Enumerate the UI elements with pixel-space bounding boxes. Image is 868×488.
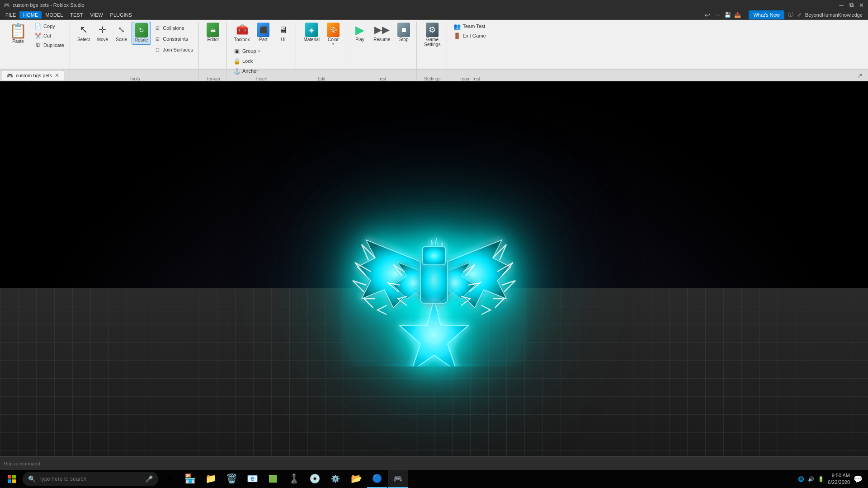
taskbar-roblox-app[interactable]: 🎮 [388,470,408,488]
rotate-icon: ↻ [135,23,148,38]
clock-date: 6/22/2020 [828,479,850,486]
battery-icon[interactable]: 🔋 [818,476,824,482]
ui-button[interactable]: 🖥 UI [274,22,292,44]
clipboard-small-btns: 📄 Copy ✂️ Cut ⧉ Duplicate [33,22,66,50]
copy-button[interactable]: 📄 Copy [33,22,66,31]
join-surfaces-button[interactable]: ☐ Join Surfaces [152,45,195,54]
menu-view[interactable]: VIEW [86,11,106,19]
menu-bar: FILE HOME MODEL TEST VIEW PLUGINS ↩ ↪ 💾 … [0,10,868,20]
svg-rect-6 [423,247,445,265]
toolbox-button[interactable]: 🧰 Toolbox [231,22,252,44]
undo-button[interactable]: ↩ [703,11,712,19]
lock-button[interactable]: 🔒 Lock [231,56,262,66]
select-button[interactable]: ↖ Select [75,22,93,44]
ribbon-content: 📋 Paste 📄 Copy ✂️ Cut ⧉ Duplicate [0,20,868,82]
cut-button[interactable]: ✂️ Cut [33,31,66,40]
insert-group: 🧰 Toolbox ⬛ Part 🖥 UI [228,22,296,82]
game-settings-icon: ⚙ [426,23,439,37]
scale-button[interactable]: ⤡ Scale [113,22,131,44]
network-icon[interactable]: 🌐 [798,476,804,482]
taskbar-files-app[interactable]: 📂 [346,470,366,488]
whats-new-button[interactable]: What's New [749,10,784,19]
menu-home[interactable]: HOME [19,11,42,19]
title-bar-controls: ─ ⧉ ✕ [838,2,864,8]
clipboard-group-content: 📋 Paste 📄 Copy ✂️ Cut ⧉ Duplicate [5,22,66,75]
color-icon: 🎨 [327,23,340,37]
stop-icon: ⏹ [397,23,410,37]
part-button[interactable]: ⬛ Part [254,22,272,44]
info-icon: ⓘ [788,11,793,19]
start-button[interactable] [2,470,22,488]
window-title: custom bgs pets - Roblox Studio [13,2,84,8]
play-button[interactable]: ▶ Play [351,22,369,44]
team-test-button[interactable]: 👥 Team Test [452,22,487,31]
bottom-bar [0,456,868,470]
publish-button[interactable]: 📤 [733,11,741,19]
voice-search-icon: 🎤 [145,475,153,483]
color-button[interactable]: 🎨 Color ▾ [324,22,342,48]
taskbar-mail-app[interactable]: 📧 [242,470,262,488]
taskbar-chrome-app[interactable]: 🔵 [367,470,387,488]
team-test-btns: 👥 Team Test 🚪 Exit Game [452,22,487,40]
taskbar-chess-app[interactable]: ♟️ [284,470,304,488]
task-view-button[interactable]: ⧉ [159,470,179,488]
menu-plugins[interactable]: PLUGINS [107,11,136,19]
close-button[interactable]: ✕ [858,2,864,8]
part-icon: ⬛ [257,23,269,37]
viewport[interactable] [0,81,868,456]
redo-button[interactable]: ↪ [713,11,722,19]
taskbar-minecraft-app[interactable]: 🟩 [263,470,283,488]
menu-file[interactable]: FILE [2,11,19,19]
account-name[interactable]: BeyondHumanKnowledge [805,12,863,18]
anchor-button[interactable]: ⚓ Anchor [231,66,262,75]
title-bar: 🎮 custom bgs pets - Roblox Studio ─ ⧉ ✕ [0,0,868,10]
game-settings-button[interactable]: ⚙ GameSettings [421,22,443,49]
editor-tab[interactable]: 🎮 custom bgs pets ✕ [2,70,64,80]
taskbar-trash-app[interactable]: 🗑️ [222,470,241,488]
constraints-button[interactable]: ☑ Constraints [152,34,195,43]
terrain-editor-button[interactable]: ⛰ Editor [204,22,222,44]
ribbon: 📋 Paste 📄 Copy ✂️ Cut ⧉ Duplicate [0,20,868,70]
settings-group: ⚙ GameSettings Settings [418,22,447,82]
team-test-group: 👥 Team Test 🚪 Exit Game Team Test [448,22,491,82]
test-group: ▶ Play ▶▶ Resume ⏹ Stop Test [347,22,417,82]
scene [0,81,868,456]
save-button[interactable]: 💾 [723,11,731,19]
menu-model[interactable]: MODEL [42,11,66,19]
taskbar: 🔍 🎤 ⧉ 🏪 📁 🗑️ 📧 🟩 ♟️ 💿 ⚙️ 📂 🔵 🎮 🌐 🔊 🔋 9:5… [0,470,868,488]
notification-icon[interactable]: 💬 [854,475,863,483]
svg-point-8 [420,299,448,344]
command-input[interactable] [4,461,184,466]
exit-game-button[interactable]: 🚪 Exit Game [452,31,487,40]
taskbar-time[interactable]: 9:50 AM 6/22/2020 [828,472,850,486]
tools-group: ↖ Select ✛ Move ⤡ Scale ↻ [71,22,199,82]
stop-button[interactable]: ⏹ Stop [395,22,413,44]
account-area: BeyondHumanKnowledge [805,12,863,18]
minimize-button[interactable]: ─ [838,2,844,8]
resume-button[interactable]: ▶▶ Resume [371,22,393,44]
collisions-button[interactable]: ☑ Collisions [152,23,195,33]
sound-icon[interactable]: 🔊 [808,476,814,482]
duplicate-button[interactable]: ⧉ Duplicate [33,41,66,50]
windows-logo-icon [8,475,16,483]
tab-close-button[interactable]: ✕ [55,72,59,79]
group-button[interactable]: ▣ Group ▾ [231,47,262,56]
menu-test[interactable]: TEST [66,11,86,19]
taskbar-disc-app[interactable]: 💿 [305,470,325,488]
material-button[interactable]: ◈ Material [301,22,322,44]
svg-rect-11 [12,475,16,479]
tab-label: custom bgs pets [16,73,52,78]
search-input[interactable] [38,476,138,482]
taskbar-folder-app[interactable]: 📁 [201,470,221,488]
taskbar-steam-app[interactable]: ⚙️ [326,470,345,488]
share-icon: ⤢ [797,12,802,18]
paste-button[interactable]: 📋 Paste [5,22,31,46]
search-bar[interactable]: 🔍 🎤 [23,472,158,486]
move-button[interactable]: ✛ Move [94,22,112,44]
tools-checkboxes: ☑ Collisions ☑ Constraints ☐ Join Surfac… [152,23,195,54]
terrain-icon: ⛰ [207,23,219,37]
rotate-button[interactable]: ↻ Rotate [132,22,151,45]
restore-button[interactable]: ⧉ [848,2,854,8]
taskbar-store-app[interactable]: 🏪 [180,470,200,488]
viewport-collapse-button[interactable]: ↗ [855,71,864,80]
